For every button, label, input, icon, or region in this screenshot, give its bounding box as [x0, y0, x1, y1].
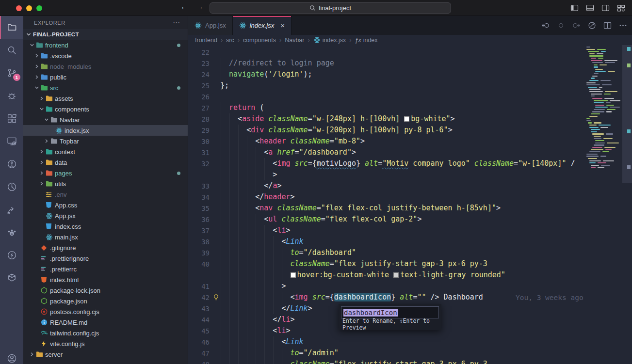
split-editor-icon[interactable] [603, 21, 612, 30]
tree-item-server[interactable]: server [23, 349, 188, 360]
nav-forward-icon[interactable] [572, 21, 581, 30]
tree-item-src[interactable]: src [23, 82, 188, 93]
activity-explorer-icon[interactable] [0, 16, 23, 39]
tree-item-context[interactable]: context [23, 146, 188, 157]
code-line-wrap[interactable]: hover:bg-custom-white text-light-gray ro… [188, 269, 585, 281]
code-line-35[interactable]: 35 <nav className="flex flex-col justify… [188, 203, 585, 214]
tree-item--vscode[interactable]: .vscode [23, 50, 188, 61]
chevron-right-icon[interactable] [38, 149, 46, 154]
chevron-right-icon[interactable] [38, 96, 46, 101]
code-line-38[interactable]: 38 <Link [188, 236, 585, 247]
tree-item-index-css[interactable]: index.css [23, 221, 188, 232]
code-line-22[interactable]: 22 [188, 47, 585, 58]
code-line-46[interactable]: 46 <Link [188, 336, 585, 348]
activity-extensions-icon[interactable] [0, 107, 23, 130]
workspace-section-header[interactable]: FINAL-PROJECT [23, 29, 188, 40]
tree-item-main-jsx[interactable]: main.jsx [23, 232, 188, 242]
chevron-right-icon[interactable] [38, 160, 46, 165]
activity-account-icon[interactable] [0, 347, 23, 364]
close-tab-icon[interactable]: × [280, 21, 285, 30]
code-line-36[interactable]: 36 <ul className="flex flex-col gap-2"> [188, 214, 585, 225]
chevron-right-icon[interactable] [38, 181, 46, 186]
nav-circle-icon[interactable] [557, 21, 565, 30]
code-line-29[interactable]: 29 <div className="w-[200px] h-[100vh] p… [188, 125, 585, 136]
code-line-25[interactable]: 25}; [188, 80, 585, 91]
layout-panel-bottom-icon[interactable] [586, 4, 594, 12]
rename-input[interactable]: dashboardIcon [341, 306, 439, 318]
activity-paw-analytics-icon[interactable] [0, 221, 23, 244]
customize-layout-icon[interactable] [617, 4, 625, 12]
code-line-23[interactable]: 23 //redirect to login page [188, 58, 585, 69]
activity-search-icon[interactable] [0, 39, 23, 62]
chevron-down-icon[interactable] [33, 85, 41, 90]
code-line-41[interactable]: 41 > [188, 281, 585, 292]
activity-gitlens-icon[interactable] [0, 153, 23, 175]
activity-thunder-client-icon[interactable] [0, 244, 23, 267]
tree-item-index-html[interactable]: index.html [23, 274, 188, 285]
chevron-right-icon[interactable] [38, 171, 46, 175]
tree-item-components[interactable]: components [23, 104, 188, 114]
tree-item--prettierrc[interactable]: .prettierrc [23, 264, 188, 274]
tree-item--prettierignore[interactable]: .prettierignore [23, 253, 188, 264]
breadcrumb-item-navbar[interactable]: Navbar [285, 37, 304, 44]
breadcrumb-item-index[interactable]: ƒxindex [355, 37, 377, 44]
activity-run-debug-icon[interactable] [0, 84, 23, 107]
code-line-42[interactable]: 42 <img src={dashboardIcon} alt="" /> Da… [188, 292, 585, 303]
chevron-down-icon[interactable] [28, 43, 36, 47]
activity-container-tools-icon[interactable] [0, 267, 23, 289]
code-line-30[interactable]: 30 <header className="mb-8"> [188, 136, 585, 147]
code-editor[interactable]: dashboardIcon Enter to Rename, ⇧Enter to… [188, 45, 585, 364]
code-line-26[interactable]: 26 [188, 91, 585, 102]
tree-item-pages[interactable]: pages [23, 168, 188, 178]
tree-item-vite-config-js[interactable]: vite.config.js [23, 338, 188, 349]
chevron-right-icon[interactable] [33, 64, 41, 69]
history-back-button[interactable]: ← [180, 2, 188, 11]
activity-live-share-icon[interactable] [0, 198, 23, 221]
code-line-34[interactable]: 34 </header> [188, 191, 585, 203]
tree-item-topbar[interactable]: Topbar [23, 136, 188, 146]
tree-item-utils[interactable]: utils [23, 178, 188, 189]
activity-timeline-icon[interactable] [0, 175, 23, 198]
color-decorator-swatch[interactable] [404, 116, 409, 122]
explorer-more-actions-icon[interactable]: ⋯ [173, 18, 181, 27]
activity-remote-explorer-icon[interactable] [0, 130, 23, 153]
tree-item-package-lock-json[interactable]: package-lock.json [23, 285, 188, 296]
tab-index-jsx[interactable]: index.jsx × [233, 16, 292, 35]
chevron-down-icon[interactable] [38, 107, 46, 111]
tree-item-postcss-config-cjs[interactable]: postcss.config.cjs [23, 306, 188, 317]
layout-sidebar-right-icon[interactable] [601, 4, 610, 12]
tree-item-app-jsx[interactable]: App.jsx [23, 210, 188, 221]
tree-item-readme-md[interactable]: README.md [23, 317, 188, 328]
code-line-31[interactable]: 31 <a href="/dashboard"> [188, 147, 585, 158]
command-center-search[interactable]: final-project [210, 2, 451, 14]
tree-item-public[interactable]: public [23, 72, 188, 82]
code-line-39[interactable]: 39 to="/dashboard" [188, 247, 585, 258]
color-decorator-swatch[interactable] [291, 272, 296, 278]
tree-item--gitignore[interactable]: .gitignore [23, 242, 188, 253]
tree-item-package-json[interactable]: package.json [23, 296, 188, 306]
minimize-window-button[interactable] [26, 5, 32, 11]
more-actions-icon[interactable] [619, 21, 627, 30]
code-line-40[interactable]: 40 className="flex justify-start gap-3 p… [188, 258, 585, 269]
nav-back-icon[interactable] [541, 21, 550, 30]
breadcrumb-item-src[interactable]: src [226, 37, 234, 44]
tree-item-node-modules[interactable]: node_modules [23, 61, 188, 72]
tree-item--env[interactable]: .env [23, 189, 188, 200]
history-forward-button[interactable]: → [196, 2, 204, 11]
close-window-button[interactable] [16, 5, 22, 11]
tree-item-frontend[interactable]: frontend [23, 40, 188, 50]
zoom-window-button[interactable] [36, 5, 42, 11]
chevron-right-icon[interactable] [28, 352, 36, 357]
tree-item-app-css[interactable]: App.css [23, 200, 188, 210]
code-line-48[interactable]: 48 className="flex justify-start gap-3 p… [188, 359, 585, 364]
commit-graph-icon[interactable] [588, 21, 596, 30]
tab-app-jsx[interactable]: App.jsx [188, 16, 233, 35]
code-line-wrap[interactable]: > [188, 169, 585, 180]
tree-item-index-jsx[interactable]: index.jsx [23, 125, 188, 136]
code-line-33[interactable]: 33 </a> [188, 180, 585, 191]
minimap[interactable] [585, 45, 622, 364]
code-line-47[interactable]: 47 to="/admin" [188, 348, 585, 359]
color-decorator-swatch[interactable] [393, 272, 399, 278]
code-line-28[interactable]: 28 <aside className="w-[248px] h-[100vh]… [188, 113, 585, 125]
lightbulb-icon[interactable] [211, 294, 220, 301]
